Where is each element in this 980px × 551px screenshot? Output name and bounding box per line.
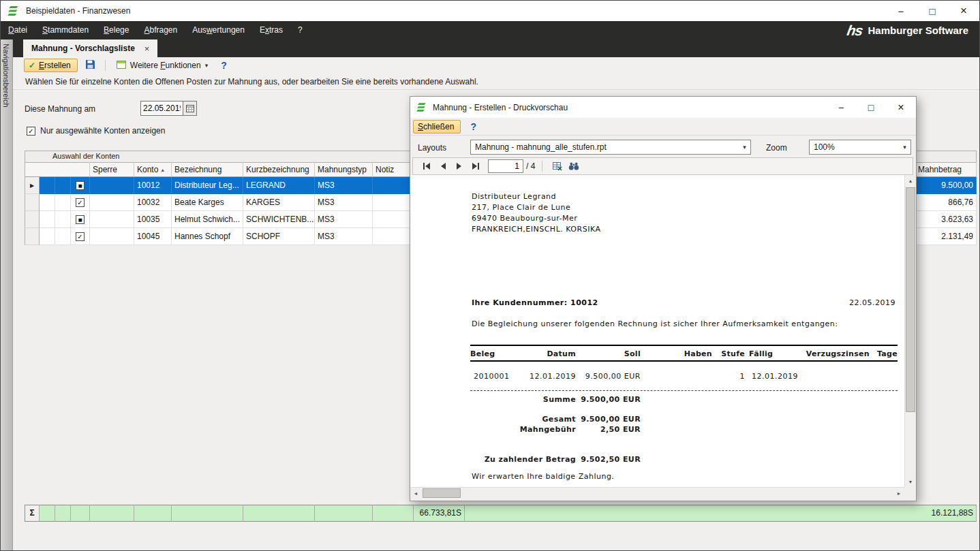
- cell-notiz: [373, 228, 414, 245]
- sum-cell: [40, 505, 55, 522]
- closing-line: Wir erwarten Ihre baldige Zahlung.: [472, 472, 614, 481]
- erstellen-button[interactable]: ✓ Erstellen: [24, 59, 78, 72]
- tab-close-icon[interactable]: ×: [144, 44, 150, 54]
- export-button[interactable]: [549, 159, 566, 173]
- sum-cell: [172, 505, 243, 522]
- first-page-button[interactable]: [418, 159, 435, 173]
- show-selected-checkbox[interactable]: ✓: [27, 127, 35, 136]
- export-icon: [553, 162, 562, 171]
- dialog-close-button[interactable]: ×: [886, 97, 916, 118]
- cell-konto: 10045: [134, 228, 172, 245]
- header-konto[interactable]: Konto▲: [134, 162, 172, 177]
- header-notiz[interactable]: Notiz: [373, 162, 414, 177]
- functions-icon: [117, 61, 126, 71]
- last-page-button[interactable]: [468, 159, 484, 173]
- application-window: Beispieldaten - Finanzwesen − □ × Datei …: [0, 0, 980, 551]
- dialog-minimize-button[interactable]: −: [826, 97, 856, 118]
- mahnung-date-input[interactable]: [140, 101, 183, 116]
- address-line: 69470 Beaubourg-sur-Mer: [472, 213, 600, 224]
- minimize-button[interactable]: −: [885, 1, 917, 21]
- cell-kurzbezeichnung: KARGES: [243, 194, 315, 211]
- val-tage: [870, 372, 898, 381]
- scroll-down-icon[interactable]: ▼: [905, 476, 916, 487]
- cell-kurzbezeichnung: SCHOPF: [243, 228, 315, 245]
- search-button[interactable]: [566, 159, 582, 173]
- erstellen-label: Erstellen: [39, 61, 71, 70]
- col-stufe: Stufe: [712, 349, 745, 358]
- intro-line: Die Begleichung unserer folgenden Rechnu…: [472, 319, 838, 328]
- col-beleg: Beleg: [470, 349, 518, 358]
- binoculars-icon: [568, 162, 579, 170]
- preview-vertical-scrollbar[interactable]: ▲ ▼: [904, 175, 916, 487]
- menu-belege[interactable]: Belege: [96, 21, 136, 40]
- calendar-icon: [186, 105, 194, 112]
- row-check-cell: ■: [71, 177, 90, 194]
- scroll-right-icon[interactable]: ►: [893, 488, 904, 499]
- checkmark-icon: ✓: [29, 61, 35, 70]
- cell-notiz: [373, 194, 414, 211]
- cell-bezeichnung: Hannes Schopf: [172, 228, 243, 245]
- calendar-picker-button[interactable]: [183, 101, 197, 116]
- sum-cell: [55, 505, 71, 522]
- chevron-down-icon: ▾: [205, 62, 209, 69]
- cell-sperre: [90, 211, 134, 228]
- header-bezeichnung[interactable]: Bezeichnung: [172, 162, 243, 177]
- menu-stammdaten[interactable]: Stammdaten: [35, 21, 96, 40]
- val-datum: 12.01.2019: [518, 372, 576, 381]
- cell-bezeichnung: Distributeur Leg...: [172, 177, 243, 194]
- cell-mahnbetrag: 866,76: [915, 194, 977, 211]
- close-button[interactable]: ×: [948, 1, 979, 21]
- scroll-left-icon[interactable]: ◄: [410, 488, 421, 499]
- menu-datei[interactable]: Datei: [1, 21, 35, 40]
- menu-abfragen[interactable]: Abfragen: [136, 21, 185, 40]
- save-button[interactable]: [82, 59, 98, 72]
- zoom-value: 100%: [810, 142, 899, 152]
- cell-sperre: [90, 177, 134, 194]
- header-mahnungstyp[interactable]: Mahnungstyp: [315, 162, 373, 177]
- cell-b: [55, 194, 71, 211]
- maximize-button[interactable]: □: [917, 1, 948, 21]
- preview-table-header: Beleg Datum Soll Haben Stufe Fällig Verz…: [470, 349, 898, 362]
- cell-a: [40, 177, 55, 194]
- header-sperre[interactable]: Sperre: [90, 162, 134, 177]
- row-check-cell: ■: [71, 211, 90, 228]
- schliessen-button[interactable]: Schließen: [413, 120, 461, 133]
- scroll-up-icon[interactable]: ▲: [905, 175, 916, 186]
- col-datum: Datum: [518, 349, 576, 358]
- layout-select[interactable]: Mahnung - mahnung_alle_stufen.rpt ▾: [470, 140, 751, 155]
- header-kurzbezeichnung[interactable]: Kurzbezeichnung: [243, 162, 315, 177]
- tab-mahnung-vorschlagsliste[interactable]: Mahnung - Vorschlagsliste ×: [23, 40, 157, 57]
- row-checkbox[interactable]: ■: [76, 215, 85, 224]
- previous-page-button[interactable]: [435, 159, 451, 173]
- row-checkbox[interactable]: ✓: [76, 232, 85, 241]
- horizontal-scroll-thumb[interactable]: [423, 488, 461, 498]
- sum-cell: [243, 505, 315, 522]
- row-indicator: ▶: [25, 177, 40, 194]
- next-page-button[interactable]: [451, 159, 468, 173]
- preview-table-row: 2010001 12.01.2019 9.500,00 EUR 1 12.01.…: [470, 372, 898, 381]
- col-faellig: Fällig: [745, 349, 798, 358]
- dialog-maximize-button[interactable]: □: [856, 97, 886, 118]
- row-checkbox[interactable]: ✓: [76, 198, 85, 207]
- cell-mahnungstyp: MS3: [315, 194, 373, 211]
- header-mahnbetrag[interactable]: Mahnbetrag: [915, 162, 977, 177]
- sum-left-value: 66.733,81S: [414, 505, 465, 522]
- help-button[interactable]: ?: [217, 60, 231, 71]
- dialog-help-button[interactable]: ?: [466, 121, 480, 132]
- menu-help[interactable]: ?: [290, 21, 310, 40]
- weitere-funktionen-button[interactable]: Weitere Funktionen ▾: [112, 59, 212, 72]
- show-selected-label: Nur ausgewählte Konten anzeigen: [40, 126, 165, 136]
- row-indicator: [25, 211, 40, 228]
- row-checkbox[interactable]: ■: [76, 181, 85, 190]
- preview-horizontal-scrollbar[interactable]: ◄ ►: [410, 487, 904, 499]
- page-number-input[interactable]: [488, 159, 523, 173]
- vertical-scroll-thumb[interactable]: [906, 187, 915, 412]
- zoom-select[interactable]: 100% ▾: [809, 140, 911, 155]
- navigation-panel-strip[interactable]: Navigationsbereich: [1, 40, 13, 550]
- cell-sperre: [90, 194, 134, 211]
- menu-extras[interactable]: Extras: [252, 21, 290, 40]
- brand-name: Hamburger Software: [868, 25, 968, 36]
- menu-auswertungen[interactable]: Auswertungen: [185, 21, 252, 40]
- dialog-toolbar: Schließen ?: [410, 118, 916, 136]
- rule-line: [470, 345, 898, 346]
